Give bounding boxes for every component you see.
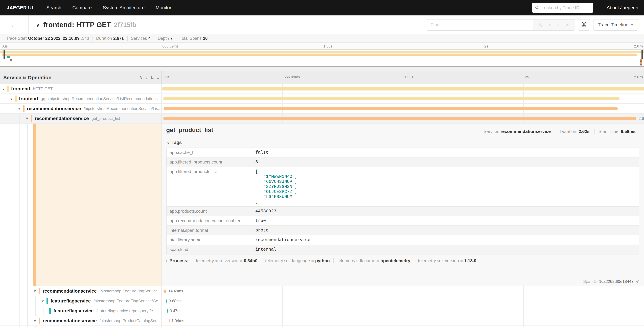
span-duration-bar[interactable] [163,117,636,120]
span-bar-track[interactable]: 2.62s [162,114,644,123]
span-row[interactable]: ∨ recommendationservice /hipstershop.Fea… [0,286,644,296]
nav-item-monitor[interactable]: Monitor [156,5,171,10]
trace-id-short: 2f715fb [114,21,136,28]
back-button[interactable]: ← [0,16,28,34]
span-service: Service: recommendationservice [480,129,554,134]
collapse-one-icon[interactable]: ∨ [140,75,143,80]
nav-item-search[interactable]: Search [46,5,61,10]
span-row[interactable]: featureflagservice featureflagservice.re… [0,306,644,316]
tag-row: app.products.count 44530923 [166,206,639,216]
command-icon: ⌘ [581,21,587,28]
keyboard-shortcuts-button[interactable]: ⌘ [578,19,590,30]
span-name-cell[interactable]: ∨ frontend grpc.hipstershop.Recommendati… [0,94,162,104]
span-name-cell[interactable]: ∨ recommendationservice /hipstershop.Fea… [0,286,162,296]
span-duration-bar[interactable] [166,300,167,303]
span-bar-track[interactable] [162,326,644,327]
trace-lookup-box[interactable] [532,3,593,13]
brand-logo[interactable]: JAEGER UI [7,5,33,10]
find-input[interactable] [427,20,533,30]
span-bar-track[interactable]: 3.47ms [162,306,644,316]
span-duration-bar[interactable] [164,107,618,110]
minimap-canvas[interactable] [0,50,644,67]
chevron-down-icon[interactable]: ∨ [26,116,31,121]
span-bar-track[interactable] [162,94,644,104]
span-bar-track[interactable] [162,104,644,113]
span-id: SpanID: 1ca2262df0e18447 [583,279,639,284]
trace-view-selector[interactable]: Trace Timeline ∨ [593,19,638,30]
next-result-icon[interactable]: ∨ [557,22,560,28]
timeline-header: Service & Operation ∨ › ⇊ » || 0μs 666.8… [0,71,644,84]
span-bar-track[interactable]: 14.49ms [162,286,644,296]
span-duration-bar[interactable] [167,309,168,312]
service-operation-title: Service & Operation [3,75,137,80]
expand-one-icon[interactable]: › [146,75,148,80]
link-icon[interactable] [635,280,639,284]
span-duration-label: 14.49ms [168,289,183,294]
span-name-cell[interactable]: featureflagservice featureflagservice.re… [0,306,162,316]
span-detail-panel: get_product_list Service: recommendation… [162,124,644,286]
tag-row: app.filtered_products.list [ "1YMWWN1N4O… [166,167,639,206]
span-row[interactable]: ∨ recommendationservice /hipstershop.Pro… [0,316,644,326]
tags-section-toggle[interactable]: ∨ Tags [167,140,639,145]
indent-guides [0,296,40,306]
span-name-cell[interactable]: ∨ featureflagservice /hipstershop.Featur… [0,296,162,306]
span-row[interactable]: ∨ featureflagservice /hipstershop.Featur… [0,296,644,306]
selected-span-stripe [33,124,36,286]
span-duration-bar[interactable] [163,97,620,100]
span-row[interactable]: ∨ frontend grpc.hipstershop.Recommendati… [0,94,644,104]
span-duration-label: 2.62s [639,116,644,121]
search-icon [535,6,540,10]
span-name-cell[interactable]: ∨ frontend HTTP GET [0,84,162,94]
span-duration-bar[interactable] [169,319,170,322]
about-jaeger-menu[interactable]: About Jaeger▾ [606,5,638,10]
process-section-toggle[interactable]: › Process: telemetry.auto.version=0.34b0… [166,258,639,264]
minimap-right-handle[interactable] [642,50,643,60]
span-row-selected[interactable]: ∨ recommendationservice get_product_list… [0,114,644,124]
service-color-bar [7,86,9,92]
span-start-time: Start Time: 8.58ms [594,129,639,134]
locate-icon[interactable]: ◎ [539,22,542,28]
span-name-cell[interactable]: ∨ recommendationservice /hipstershop.Pro… [0,316,162,326]
chevron-down-icon[interactable]: ∨ [36,22,40,28]
clear-find-icon[interactable]: ✕ [566,22,569,28]
minimap-bar [640,62,642,64]
nav-item-system-architecture[interactable]: System Architecture [103,5,144,10]
span-name-cell[interactable]: ∨ recommendationservice get_product_list [0,114,162,123]
nav-item-compare[interactable]: Compare [72,5,92,10]
service-operation-header: Service & Operation ∨ › ⇊ » || [0,71,162,84]
trace-summary-bar: Trace StartOctober 22 2022, 22:10:09.543… [0,34,644,43]
span-name-cell[interactable]: ∨ [0,326,162,327]
span-name-cell[interactable]: ∨ recommendationservice /hipstershop.Rec… [0,104,162,113]
span-row-partial[interactable]: ∨ [0,326,644,327]
find-group: ◎ ∧ ∨ ✕ [426,19,575,30]
chevron-down-icon[interactable]: ∨ [10,96,15,101]
chevron-down-icon[interactable]: ∨ [18,106,23,111]
span-row[interactable]: ∨ recommendationservice /hipstershop.Rec… [0,104,644,114]
jaeger-trace-page: JAEGER UI Search Compare System Architec… [0,0,644,327]
trace-header-controls: ◎ ∧ ∨ ✕ ⌘ Trace Timeline ∨ [426,16,644,34]
tags-table: app.cache_hit false app.filtered_product… [166,148,639,254]
span-bar-track[interactable] [162,84,644,94]
span-bar-track[interactable]: 1.04ms [162,316,644,326]
indent-guides [0,114,24,123]
indent-guides [0,316,32,326]
span-bar-track[interactable]: 3.68ms [162,296,644,306]
chevron-right-icon: › [166,259,168,263]
service-color-bar [23,106,24,112]
trace-lookup-input[interactable] [542,5,590,10]
collapse-all-icon[interactable]: ⇊ [150,75,154,80]
chevron-down-icon[interactable]: ∨ [42,299,46,303]
chevron-down-icon[interactable]: ∨ [2,86,7,91]
span-duration-label: 3.47ms [170,309,182,313]
prev-result-icon[interactable]: ∧ [548,22,551,28]
span-row[interactable]: ∨ frontend HTTP GET [0,84,644,94]
span-duration-bar[interactable] [164,290,166,293]
minimap-left-handle[interactable] [4,50,5,60]
process-item: telemetry.sdk.name=opentelemetry [334,258,414,264]
chevron-down-icon[interactable]: ∨ [34,289,38,293]
tag-row: app.cache_hit false [166,148,639,157]
span-duration-bar[interactable] [162,87,644,90]
chevron-down-icon: ▾ [636,6,638,10]
column-resize-grip[interactable]: || [158,78,161,82]
chevron-down-icon[interactable]: ∨ [34,318,38,323]
